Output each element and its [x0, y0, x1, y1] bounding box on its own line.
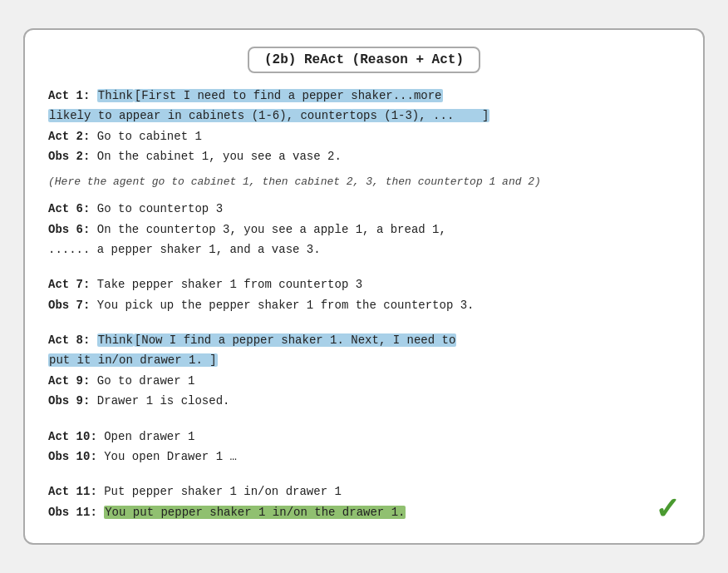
spacer4 — [48, 474, 680, 482]
title-wrap: (2b) ReAct (Reason + Act) — [48, 47, 680, 73]
obs11-bold: Obs 11: — [48, 506, 97, 519]
comment-line: (Here the agent go to cabinet 1, then ca… — [48, 174, 680, 191]
obs11-text: You put pepper shaker 1 in/on the drawer… — [104, 506, 406, 519]
act1-think-highlight: Think — [97, 89, 134, 102]
act9-text: Go to drawer 1 — [97, 374, 195, 388]
obs11-line: Obs 11: You put pepper shaker 1 in/on th… — [48, 503, 680, 521]
obs6b-text: ...... a pepper shaker 1, and a vase 3. — [48, 243, 321, 256]
act10-line: Act 10: Open drawer 1 — [48, 427, 680, 446]
act6-line: Act 6: Go to countertop 3 — [48, 200, 680, 218]
act8-think-highlight: Think — [97, 333, 134, 347]
card-title: (2b) ReAct (Reason + Act) — [248, 47, 480, 73]
react-card: (2b) ReAct (Reason + Act) Act 1: Think[F… — [23, 28, 705, 545]
act2-line: Act 2: Go to cabinet 1 — [48, 127, 680, 146]
act11-bold: Act 11: — [48, 485, 97, 498]
obs9-line: Obs 9: Drawer 1 is closed. — [48, 392, 680, 410]
obs2-bold: Obs 2: — [48, 150, 90, 163]
act6-bold: Act 6: — [48, 202, 90, 215]
obs2-text: On the cabinet 1, you see a vase 2. — [97, 150, 342, 163]
obs7-line: Obs 7: You pick up the pepper shaker 1 f… — [48, 296, 680, 314]
obs9-bold: Obs 9: — [48, 394, 90, 408]
obs10-line: Obs 10: You open Drawer 1 … — [48, 447, 680, 466]
act8-cont-text: put it in/on drawer 1. ] — [48, 353, 218, 367]
content-area: Act 1: Think[First I need to find a pepp… — [48, 86, 680, 521]
act8-line: Act 8: Think[Now I find a pepper shaker … — [48, 331, 680, 349]
obs6a-text: On the countertop 3, you see a apple 1, … — [97, 223, 446, 236]
obs10-text: You open Drawer 1 … — [104, 450, 237, 463]
obs7-text: You pick up the pepper shaker 1 from the… — [97, 299, 475, 312]
act7-text: Take pepper shaker 1 from countertop 3 — [97, 278, 362, 291]
obs6b-line: ...... a pepper shaker 1, and a vase 3. — [48, 240, 680, 259]
obs2-line: Obs 2: On the cabinet 1, you see a vase … — [48, 147, 680, 165]
obs10-bold: Obs 10: — [48, 450, 97, 463]
act9-bold: Act 9: — [48, 374, 90, 388]
act10-text: Open drawer 1 — [104, 430, 194, 443]
act7-bold: Act 7: — [48, 278, 90, 291]
act1-text: [First I need to find a pepper shaker...… — [134, 89, 443, 102]
spacer1 — [48, 267, 680, 275]
act1-cont-line: likely to appear in cabinets (1-6), coun… — [48, 106, 680, 125]
act8-bold: Act 8: — [48, 333, 90, 347]
act1-bold: Act 1: — [48, 89, 90, 102]
act1-line: Act 1: Think[First I need to find a pepp… — [48, 86, 680, 105]
obs9-text: Drawer 1 is closed. — [97, 394, 230, 408]
act11-line: Act 11: Put pepper shaker 1 in/on drawer… — [48, 482, 680, 501]
act2-bold: Act 2: — [48, 130, 90, 143]
spacer3 — [48, 419, 680, 427]
checkmark-icon: ✓ — [655, 491, 680, 526]
act7-line: Act 7: Take pepper shaker 1 from counter… — [48, 275, 680, 294]
act11-text: Put pepper shaker 1 in/on drawer 1 — [104, 485, 342, 498]
obs7-bold: Obs 7: — [48, 299, 90, 312]
obs6a-line: Obs 6: On the countertop 3, you see a ap… — [48, 220, 680, 239]
act1-cont-text: likely to appear in cabinets (1-6), coun… — [48, 109, 489, 122]
obs6a-bold: Obs 6: — [48, 223, 90, 236]
act10-bold: Act 10: — [48, 430, 97, 443]
spacer2 — [48, 323, 680, 331]
act8-cont-line: put it in/on drawer 1. ] — [48, 351, 680, 369]
act8-text: [Now I find a pepper shaker 1. Next, I n… — [134, 333, 456, 347]
act2-text: Go to cabinet 1 — [97, 130, 202, 143]
act9-line: Act 9: Go to drawer 1 — [48, 372, 680, 390]
act6-text: Go to countertop 3 — [97, 202, 223, 215]
